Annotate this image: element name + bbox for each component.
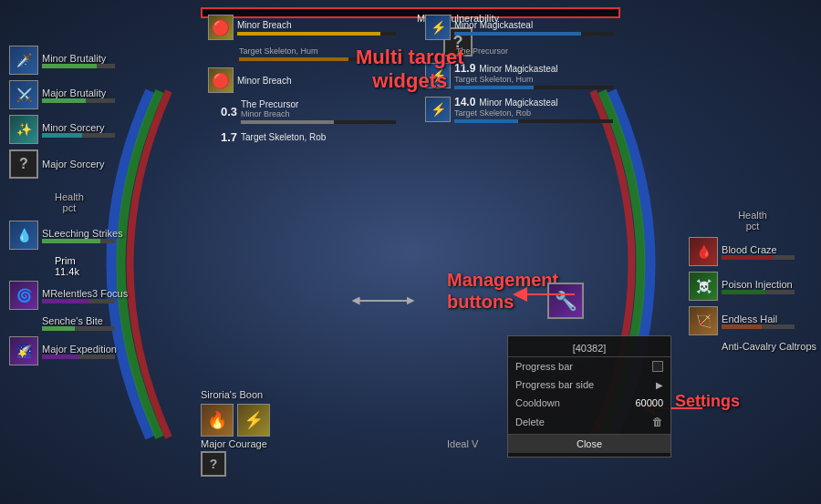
major-courage-icon: ⚡	[237, 404, 270, 437]
ctx-row-cooldown[interactable]: Cooldown 60000	[508, 394, 670, 412]
bottom-qmark: ?	[201, 451, 226, 477]
major-courage-label: Major Courage	[201, 438, 270, 449]
ctx-label-cooldown: Cooldown	[515, 397, 560, 408]
magickasteal-icon-2: ⚡	[425, 63, 451, 88]
widget-sublabel-magickasteal-3: Target Skeleton, Rob	[454, 108, 613, 118]
skill-label-poison-injection: Poison Injection	[722, 279, 795, 290]
skill-label-major-brutality: Major Brutality	[42, 87, 115, 98]
widget-row-precursor-03: 0.3 The Precursor Minor Breach	[206, 98, 398, 126]
widget-row-precursor-right: The Precursor	[423, 45, 615, 57]
minor-brutality-icon: 🗡️	[9, 46, 38, 75]
ctx-row-delete[interactable]: Delete 🗑	[508, 412, 670, 432]
breach-icon-1: 🔴	[208, 15, 234, 40]
skill-label-relentless: MRelentles3 Focus	[42, 288, 128, 299]
widget-row-skeleton-rob: 1.7 Target Skeleton, Rob	[206, 129, 398, 146]
widget-row-magickasteal-1: ⚡ Minor Magickasteal	[423, 13, 615, 42]
skill-row-poison-injection: ☠️ Poison Injection	[689, 272, 816, 301]
ideal-v-label: Ideal V	[447, 438, 478, 449]
minor-sorcery-icon: ✨	[9, 115, 38, 144]
major-sorcery-qmark: ?	[9, 149, 38, 179]
widget-label-minor-breach-1: Minor Breach	[237, 20, 396, 30]
skill-row-endless-hail: 🏹 Endless Hail	[689, 306, 816, 335]
widget-label-rob: Target Skeleton, Rob	[241, 132, 396, 142]
skill-row-leeching: 💧 SLeeching Strikes	[9, 221, 128, 250]
multi-target-widgets-box: 🔴 Minor Breach Target Skeleton, Hum 🔴 Mi…	[201, 7, 620, 18]
skill-row-minor-brutality: 🗡️ Minor Brutality	[9, 46, 128, 75]
ctx-label-delete: Delete	[515, 417, 545, 427]
ctx-arrow-progress-bar-side: ▶	[656, 380, 663, 390]
sirorias-icon: 🔥	[201, 404, 234, 437]
widget-label-magickasteal-1: Minor Magickasteal	[454, 20, 613, 30]
breach-icon-2: 🔴	[208, 67, 234, 93]
context-menu-header: [40382]	[508, 340, 670, 357]
prim-label: Prim 11.4k	[55, 255, 128, 277]
skill-label-blood-craze: Blood Craze	[722, 244, 795, 255]
prim-container: Prim 11.4k	[55, 255, 128, 277]
endless-hail-icon: 🏹	[689, 306, 718, 335]
widget-label-precursor-right: The Precursor	[456, 46, 613, 56]
skill-label-minor-brutality: Minor Brutality	[42, 53, 115, 64]
widget-sublabel-precursor: Minor Breach	[241, 109, 396, 118]
skill-row-senche: Senche's Bite	[9, 315, 128, 331]
leeching-icon: 💧	[9, 221, 38, 250]
magickasteal-icon-3: ⚡	[425, 97, 451, 122]
relentless-icon: 🌀	[9, 281, 38, 310]
widget-row-skeleton-hum: Target Skeleton, Hum	[206, 45, 398, 63]
ctx-trash-icon: 🗑	[652, 416, 663, 428]
skill-row-major-sorcery: ? Major Sorcery	[9, 149, 128, 179]
widget-row-magickasteal-2: ⚡ 11.9 Minor Magickasteal Target Skeleto…	[423, 60, 615, 91]
major-expedition-icon: 🌠	[9, 336, 38, 365]
skill-row-major-expedition: 🌠 Major Expedition	[9, 336, 128, 365]
widget-num-03: 0.3	[208, 105, 237, 118]
skill-label-leeching: SLeeching Strikes	[42, 228, 123, 239]
skill-label-anti-cavalry: Anti-Cavalry Caltrops	[722, 341, 816, 352]
widget-label-magickasteal-2: Minor Magickasteal	[479, 64, 613, 74]
major-brutality-icon: ⚔️	[9, 80, 38, 109]
skill-row-blood-craze: 🩸 Blood Craze	[689, 237, 816, 266]
skill-row-minor-sorcery: ✨ Minor Sorcery	[9, 115, 128, 144]
widget-num-17: 1.7	[208, 130, 237, 144]
widget-sublabel-magickasteal-2: Target Skeleton, Hum	[454, 75, 613, 84]
bottom-left-skills: Siroria's Boon 🔥 ⚡ Major Courage ?	[201, 389, 270, 477]
skill-row-major-brutality: ⚔️ Major Brutality	[9, 80, 128, 109]
skill-row-anti-cavalry: Anti-Cavalry Caltrops	[689, 341, 816, 352]
sirorias-boon-label: Siroria's Boon	[201, 389, 270, 400]
poison-injection-icon: ☠️	[689, 272, 718, 301]
ctx-label-progress-bar-side: Progress bar side	[515, 379, 594, 390]
management-arrow	[511, 281, 584, 308]
widget-label-magickasteal-3: Minor Magickasteal	[479, 98, 613, 108]
skill-label-major-sorcery: Major Sorcery	[42, 159, 115, 170]
left-skill-list: 🗡️ Minor Brutality ⚔️ Major Brutality ✨ …	[9, 46, 128, 371]
health-right-container: Health pct	[689, 210, 816, 231]
skill-label-major-expedition: Major Expedition	[42, 344, 117, 355]
health-left-label: Health pct	[55, 191, 84, 213]
magickasteal-icon-1: ⚡	[425, 15, 451, 40]
ctx-row-progress-bar-side[interactable]: Progress bar side ▶	[508, 375, 670, 394]
health-right-label: Health pct	[689, 210, 816, 231]
ctx-row-progress-bar[interactable]: Progress bar	[508, 357, 670, 375]
skill-label-endless-hail: Endless Hail	[722, 314, 795, 324]
right-skill-list: Health pct 🩸 Blood Craze ☠️ Poison Injec…	[689, 210, 816, 357]
widget-row-magickasteal-3: ⚡ 14.0 Minor Magickasteal Target Skeleto…	[423, 94, 615, 125]
ctx-close-button[interactable]: Close	[508, 434, 670, 453]
ctx-close-label: Close	[577, 438, 602, 449]
widget-row-minor-breach-1: 🔴 Minor Breach	[206, 13, 398, 42]
blood-craze-icon: 🩸	[689, 237, 718, 266]
skill-label-senche: Senche's Bite	[42, 315, 115, 326]
context-menu: [40382] Progress bar Progress bar side ▶…	[507, 335, 671, 458]
widget-label-minor-breach-2: Minor Breach	[237, 76, 396, 86]
health-left-container: Health pct	[9, 184, 128, 221]
skill-row-relentless: 🌀 MRelentles3 Focus	[9, 281, 128, 310]
widget-sublabel-hum: Target Skeleton, Hum	[239, 46, 396, 56]
widget-row-minor-breach-2: 🔴 Minor Breach	[206, 66, 398, 95]
ctx-label-progress-bar: Progress bar	[515, 361, 573, 372]
skill-label-minor-sorcery: Minor Sorcery	[42, 122, 115, 133]
ctx-value-cooldown: 60000	[635, 397, 663, 408]
ctx-checkbox-progress-bar[interactable]	[652, 361, 663, 372]
widget-label-precursor: The Precursor	[241, 99, 396, 109]
